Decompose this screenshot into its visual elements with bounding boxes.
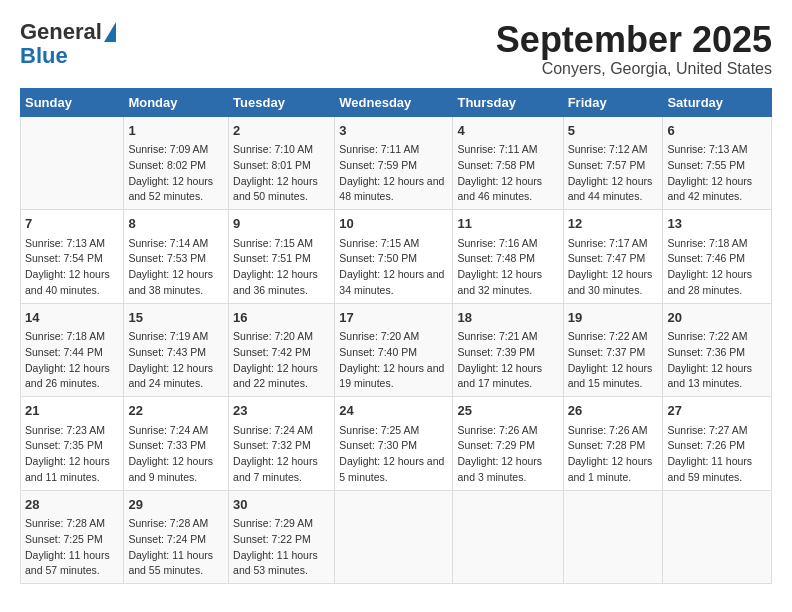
daylight-text: Daylight: 12 hours and 22 minutes. xyxy=(233,361,330,393)
day-number: 1 xyxy=(128,121,224,141)
day-number: 28 xyxy=(25,495,119,515)
daylight-text: Daylight: 12 hours and 9 minutes. xyxy=(128,454,224,486)
calendar-cell: 28Sunrise: 7:28 AMSunset: 7:25 PMDayligh… xyxy=(21,490,124,584)
day-number: 29 xyxy=(128,495,224,515)
sunrise-text: Sunrise: 7:22 AM xyxy=(568,329,659,345)
sunrise-text: Sunrise: 7:12 AM xyxy=(568,142,659,158)
daylight-text: Daylight: 12 hours and 7 minutes. xyxy=(233,454,330,486)
sunset-text: Sunset: 7:39 PM xyxy=(457,345,558,361)
day-number: 8 xyxy=(128,214,224,234)
sunrise-text: Sunrise: 7:26 AM xyxy=(568,423,659,439)
calendar-cell: 12Sunrise: 7:17 AMSunset: 7:47 PMDayligh… xyxy=(563,210,663,304)
day-number: 23 xyxy=(233,401,330,421)
calendar-week-row: 28Sunrise: 7:28 AMSunset: 7:25 PMDayligh… xyxy=(21,490,772,584)
daylight-text: Daylight: 12 hours and 52 minutes. xyxy=(128,174,224,206)
sunset-text: Sunset: 7:25 PM xyxy=(25,532,119,548)
calendar-week-row: 14Sunrise: 7:18 AMSunset: 7:44 PMDayligh… xyxy=(21,303,772,397)
day-number: 19 xyxy=(568,308,659,328)
sunrise-text: Sunrise: 7:09 AM xyxy=(128,142,224,158)
sunset-text: Sunset: 7:50 PM xyxy=(339,251,448,267)
calendar-week-row: 7Sunrise: 7:13 AMSunset: 7:54 PMDaylight… xyxy=(21,210,772,304)
daylight-text: Daylight: 12 hours and 5 minutes. xyxy=(339,454,448,486)
day-number: 25 xyxy=(457,401,558,421)
calendar-cell: 30Sunrise: 7:29 AMSunset: 7:22 PMDayligh… xyxy=(229,490,335,584)
daylight-text: Daylight: 12 hours and 48 minutes. xyxy=(339,174,448,206)
sunrise-text: Sunrise: 7:24 AM xyxy=(233,423,330,439)
sunset-text: Sunset: 7:37 PM xyxy=(568,345,659,361)
sunset-text: Sunset: 7:30 PM xyxy=(339,438,448,454)
daylight-text: Daylight: 12 hours and 46 minutes. xyxy=(457,174,558,206)
calendar-cell: 6Sunrise: 7:13 AMSunset: 7:55 PMDaylight… xyxy=(663,116,772,210)
sunrise-text: Sunrise: 7:14 AM xyxy=(128,236,224,252)
calendar-cell: 14Sunrise: 7:18 AMSunset: 7:44 PMDayligh… xyxy=(21,303,124,397)
logo-text-blue: Blue xyxy=(20,44,68,68)
daylight-text: Daylight: 12 hours and 36 minutes. xyxy=(233,267,330,299)
daylight-text: Daylight: 12 hours and 38 minutes. xyxy=(128,267,224,299)
sunrise-text: Sunrise: 7:24 AM xyxy=(128,423,224,439)
calendar-cell: 29Sunrise: 7:28 AMSunset: 7:24 PMDayligh… xyxy=(124,490,229,584)
sunset-text: Sunset: 7:40 PM xyxy=(339,345,448,361)
calendar-cell: 9Sunrise: 7:15 AMSunset: 7:51 PMDaylight… xyxy=(229,210,335,304)
sunset-text: Sunset: 7:42 PM xyxy=(233,345,330,361)
day-number: 12 xyxy=(568,214,659,234)
daylight-text: Daylight: 12 hours and 50 minutes. xyxy=(233,174,330,206)
daylight-text: Daylight: 12 hours and 17 minutes. xyxy=(457,361,558,393)
day-number: 21 xyxy=(25,401,119,421)
daylight-text: Daylight: 11 hours and 57 minutes. xyxy=(25,548,119,580)
day-number: 30 xyxy=(233,495,330,515)
sunset-text: Sunset: 7:26 PM xyxy=(667,438,767,454)
calendar-cell: 21Sunrise: 7:23 AMSunset: 7:35 PMDayligh… xyxy=(21,397,124,491)
day-number: 5 xyxy=(568,121,659,141)
day-number: 16 xyxy=(233,308,330,328)
sunrise-text: Sunrise: 7:15 AM xyxy=(233,236,330,252)
sunset-text: Sunset: 7:44 PM xyxy=(25,345,119,361)
calendar-cell: 10Sunrise: 7:15 AMSunset: 7:50 PMDayligh… xyxy=(335,210,453,304)
calendar-cell xyxy=(663,490,772,584)
sunrise-text: Sunrise: 7:13 AM xyxy=(667,142,767,158)
calendar-cell: 1Sunrise: 7:09 AMSunset: 8:02 PMDaylight… xyxy=(124,116,229,210)
calendar-cell: 22Sunrise: 7:24 AMSunset: 7:33 PMDayligh… xyxy=(124,397,229,491)
sunset-text: Sunset: 7:36 PM xyxy=(667,345,767,361)
daylight-text: Daylight: 12 hours and 28 minutes. xyxy=(667,267,767,299)
daylight-text: Daylight: 12 hours and 11 minutes. xyxy=(25,454,119,486)
calendar-cell: 19Sunrise: 7:22 AMSunset: 7:37 PMDayligh… xyxy=(563,303,663,397)
header-monday: Monday xyxy=(124,88,229,116)
daylight-text: Daylight: 12 hours and 40 minutes. xyxy=(25,267,119,299)
calendar-table: Sunday Monday Tuesday Wednesday Thursday… xyxy=(20,88,772,585)
day-number: 27 xyxy=(667,401,767,421)
day-number: 4 xyxy=(457,121,558,141)
day-number: 6 xyxy=(667,121,767,141)
daylight-text: Daylight: 12 hours and 34 minutes. xyxy=(339,267,448,299)
daylight-text: Daylight: 12 hours and 30 minutes. xyxy=(568,267,659,299)
sunset-text: Sunset: 7:24 PM xyxy=(128,532,224,548)
sunrise-text: Sunrise: 7:20 AM xyxy=(233,329,330,345)
sunrise-text: Sunrise: 7:28 AM xyxy=(25,516,119,532)
daylight-text: Daylight: 11 hours and 53 minutes. xyxy=(233,548,330,580)
calendar-cell xyxy=(21,116,124,210)
calendar-cell: 13Sunrise: 7:18 AMSunset: 7:46 PMDayligh… xyxy=(663,210,772,304)
sunset-text: Sunset: 7:57 PM xyxy=(568,158,659,174)
sunset-text: Sunset: 8:02 PM xyxy=(128,158,224,174)
calendar-cell: 25Sunrise: 7:26 AMSunset: 7:29 PMDayligh… xyxy=(453,397,563,491)
calendar-cell: 4Sunrise: 7:11 AMSunset: 7:58 PMDaylight… xyxy=(453,116,563,210)
calendar-cell: 11Sunrise: 7:16 AMSunset: 7:48 PMDayligh… xyxy=(453,210,563,304)
day-number: 13 xyxy=(667,214,767,234)
sunset-text: Sunset: 7:51 PM xyxy=(233,251,330,267)
header-friday: Friday xyxy=(563,88,663,116)
sunrise-text: Sunrise: 7:19 AM xyxy=(128,329,224,345)
sunrise-text: Sunrise: 7:18 AM xyxy=(25,329,119,345)
calendar-cell: 8Sunrise: 7:14 AMSunset: 7:53 PMDaylight… xyxy=(124,210,229,304)
sunset-text: Sunset: 7:59 PM xyxy=(339,158,448,174)
calendar-cell: 23Sunrise: 7:24 AMSunset: 7:32 PMDayligh… xyxy=(229,397,335,491)
calendar-cell xyxy=(453,490,563,584)
sunset-text: Sunset: 7:29 PM xyxy=(457,438,558,454)
calendar-cell: 5Sunrise: 7:12 AMSunset: 7:57 PMDaylight… xyxy=(563,116,663,210)
daylight-text: Daylight: 12 hours and 24 minutes. xyxy=(128,361,224,393)
calendar-cell: 27Sunrise: 7:27 AMSunset: 7:26 PMDayligh… xyxy=(663,397,772,491)
sunrise-text: Sunrise: 7:10 AM xyxy=(233,142,330,158)
sunset-text: Sunset: 7:55 PM xyxy=(667,158,767,174)
sunrise-text: Sunrise: 7:25 AM xyxy=(339,423,448,439)
calendar-cell: 7Sunrise: 7:13 AMSunset: 7:54 PMDaylight… xyxy=(21,210,124,304)
day-number: 26 xyxy=(568,401,659,421)
sunset-text: Sunset: 7:46 PM xyxy=(667,251,767,267)
